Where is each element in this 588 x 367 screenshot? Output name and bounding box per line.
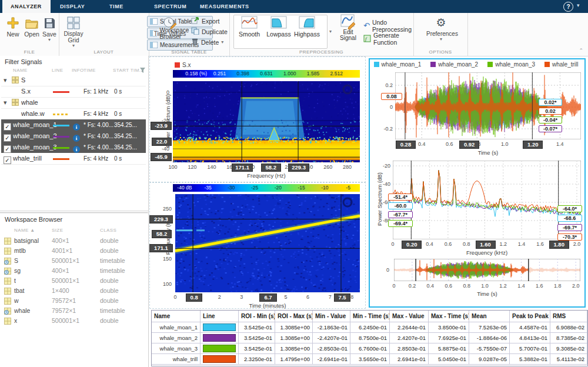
legend-item-whale_moan_2[interactable]: whale_moan_2 [430, 61, 478, 68]
time-callout-right[interactable]: 0.02 [539, 108, 562, 115]
cursor-y2-box[interactable]: 171.1 [149, 244, 173, 252]
measurements-column-header[interactable]: Min - Value [313, 311, 350, 322]
spectrum-callout-right[interactable]: -70.3* [557, 233, 582, 241]
duplicate-button[interactable]: Duplicate [191, 27, 228, 36]
time-callout-right[interactable]: -0.04* [539, 116, 562, 124]
cursor-y1-box[interactable]: -23.9 [151, 122, 172, 130]
signal-row-S_x[interactable]: S.x Fs: 1 kHz 0 s [1, 86, 146, 98]
spectrum-callout-left[interactable]: -69.4* [388, 220, 413, 227]
time-cursor-x1-box[interactable]: 0.28 [396, 141, 416, 149]
workspace-row-t[interactable]: t 500001×1 double [1, 276, 146, 286]
measurements-column-header[interactable]: Max - Time (s) [429, 311, 469, 322]
legend-item-whale_moan_1[interactable]: whale_moan_1 [374, 61, 422, 68]
measurements-column-header[interactable]: ROI - Max (s) [275, 311, 313, 322]
legend-item-whale_trill[interactable]: whale_trill [544, 61, 578, 68]
display-grid-button[interactable]: Display Grid ▾ [61, 15, 86, 48]
spectrum-callout-left[interactable]: -51.4* [388, 193, 413, 201]
time-cursor-x2-box[interactable]: 1.20 [523, 141, 543, 149]
spectrum-cursor-x2-box[interactable]: 1.80 [549, 241, 569, 249]
workspace-row-whale[interactable]: whale 79572×1 timetable [1, 306, 146, 316]
persistence-plot[interactable] [173, 81, 360, 162]
workspace-row-w[interactable]: w 79572×1 double [1, 296, 146, 306]
signal-row-whale_moan_1[interactable]: ✓ whale_moan_1 i * Fs: 4.00... 354.25... [1, 119, 146, 131]
generate-function-button[interactable]: f Generate Function [363, 32, 413, 46]
workspace-row-tbat[interactable]: tbat 1×400 double [1, 286, 146, 296]
edit-signal-button[interactable]: Edit Signal [335, 14, 361, 41]
spectrum-callout-right[interactable]: -68.6 [557, 215, 582, 222]
time-callout-left[interactable]: 0.08 [381, 93, 402, 100]
column-header[interactable]: LINE [52, 68, 63, 73]
panner-plot[interactable] [394, 259, 580, 281]
spectrum-plot[interactable] [393, 161, 581, 239]
workspace-row-S[interactable]: S 500001×1 timetable [1, 256, 146, 266]
workspace-row-mtlb[interactable]: mtlb 4001×1 double [1, 246, 146, 256]
measurements-column-header[interactable]: Line [201, 311, 239, 322]
group-collapse-icon[interactable]: ▾ [4, 97, 7, 108]
measurements-column-header[interactable]: Peak to Peak [510, 311, 550, 322]
filter-icon[interactable] [140, 68, 145, 74]
ws-column-header[interactable]: NAME ▲ [14, 228, 35, 233]
cursor-x2-box[interactable]: 7.5 [334, 293, 350, 302]
tab-time[interactable]: TIME [101, 0, 132, 13]
spectrum-callout-right[interactable]: -69.7* [557, 224, 582, 231]
signal-checkbox[interactable]: ✓ [4, 155, 11, 166]
time-callout-right[interactable]: -0.07* [539, 125, 562, 132]
time-callout-right[interactable]: 0.02* [539, 99, 562, 106]
persistence-colorbar[interactable]: 0.158 (%)0.2510.3980.6311.0001.5852.512 [173, 70, 360, 78]
spectrum-callout-left[interactable]: -67.7* [388, 211, 413, 218]
cursor-y1-box[interactable]: 229.3 [149, 215, 173, 223]
cursor-x1-box[interactable]: 0.8 [186, 293, 202, 302]
tab-spectrum[interactable]: SPECTRUM [146, 0, 195, 13]
signal-row-whale_trill[interactable]: ✓ whale_trill Fs: 4 kHz 0 s [1, 153, 146, 165]
spectrogram-colorbar[interactable]: -40 dB-35-30-25-20-15-10-5 [173, 184, 360, 192]
measurements-column-header[interactable]: Min - Time (s) [350, 311, 390, 322]
collapse-ribbon-icon[interactable]: ⌃ [579, 48, 583, 54]
workspace-row-sg[interactable]: sg 400×1 timetable [1, 266, 146, 276]
cursor-y2-box[interactable]: -45.9 [151, 153, 172, 161]
spectrogram-plot[interactable] [175, 194, 360, 292]
group-collapse-icon[interactable]: ▾ [4, 75, 7, 86]
measurements-column-header[interactable]: Mean [469, 311, 510, 322]
preprocessing-caret-icon[interactable]: ▾ [329, 29, 332, 34]
workspace-row-batsignal[interactable]: batsignal 400×1 double [1, 236, 146, 246]
signal-row-whale_moan_2[interactable]: ✓ whale_moan_2 i * Fs: 4.00... 354.25... [1, 131, 146, 142]
tab-analyzer[interactable]: ANALYZER [2, 0, 51, 13]
tab-measurements[interactable]: MEASUREMENTS [192, 0, 258, 13]
cursor-x2-box[interactable]: 229.3 [288, 164, 309, 172]
help-icon[interactable]: ? [563, 2, 573, 12]
spectrum-callout-right[interactable]: -64.0* [557, 205, 582, 212]
tab-display[interactable]: DISPLAY [52, 0, 93, 13]
measurements-column-header[interactable]: Name [152, 311, 201, 322]
legend-item-Sx[interactable]: S.x [175, 62, 191, 68]
signal-row-whale[interactable]: ▾ whale [1, 97, 146, 109]
display-grid-caret-icon[interactable]: ▾ [61, 44, 86, 48]
measurements-column-header[interactable]: RMS [550, 311, 587, 322]
measurements-row-whale_trill[interactable]: whale_trill2.3250e-011.4795e+00-2.6941e-… [152, 354, 587, 365]
delete-button[interactable]: Delete ▾ [191, 38, 223, 46]
measurements-column-header[interactable]: Max - Value [390, 311, 429, 322]
delete-caret-icon[interactable]: ▾ [221, 40, 223, 45]
smooth-button[interactable]: Smooth [235, 14, 263, 38]
column-header[interactable]: START TIM... [113, 68, 144, 73]
measurements-column-header[interactable]: ROI - Min (s) [239, 311, 275, 322]
titlebar-caret-icon[interactable]: ▾ [577, 2, 580, 8]
measurements-row-whale_moan_1[interactable]: whale_moan_13.5425e-011.3085e+00-2.1863e… [152, 322, 587, 333]
signal-row-whale_w[interactable]: whale.w Fs: 4 kHz 0 s [1, 108, 146, 120]
undo-preprocessing-button[interactable]: ↶ Undo Preprocessing [363, 19, 413, 33]
lowpass-button[interactable]: Lowpass [265, 14, 293, 38]
measurements-row-whale_moan_3[interactable]: whale_moan_33.5425e-011.3085e+00-2.8503e… [152, 343, 587, 354]
signal-row-whale_moan_3[interactable]: ✓ whale_moan_3 i * Fs: 4.00... 354.25... [1, 142, 146, 153]
measurements-row-whale_moan_2[interactable]: whale_moan_23.5425e-011.3085e+00-2.4207e… [152, 333, 587, 343]
preferences-caret-icon[interactable]: ▾ [426, 37, 456, 42]
column-header[interactable]: INFO [72, 68, 84, 73]
signal-row-S[interactable]: ▾ S [1, 75, 146, 86]
spectrum-callout-left[interactable]: -60.0 [388, 202, 413, 209]
workspace-row-x[interactable]: x 500001×1 double [1, 316, 146, 326]
export-button[interactable]: Export [191, 16, 219, 25]
column-header[interactable]: NAME [13, 68, 28, 73]
column-header[interactable]: TIME [83, 68, 96, 73]
preferences-button[interactable]: ⚙ Preferences ▾ [426, 15, 456, 42]
legend-item-whale_moan_3[interactable]: whale_moan_3 [487, 61, 535, 68]
ws-column-header[interactable]: CLASS [100, 228, 116, 233]
spectrum-cursor-x1-box[interactable]: 0.20 [402, 241, 422, 249]
